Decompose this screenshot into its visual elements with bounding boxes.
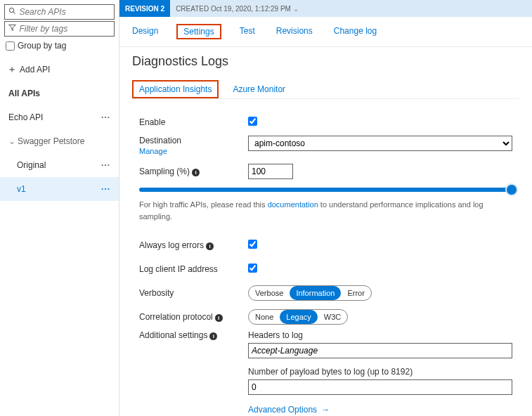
chevron-down-icon: ⌄ xyxy=(8,136,15,146)
sidebar-item-label: Original xyxy=(17,160,46,170)
sidebar-item-petstore[interactable]: ⌄Swagger Petstore xyxy=(0,129,119,153)
group-by-tag-label: Group by tag xyxy=(18,41,66,51)
sidebar-item-label: Swagger Petstore xyxy=(18,136,84,146)
pill-w3c[interactable]: W3C xyxy=(318,310,347,324)
pill-none[interactable]: None xyxy=(249,310,280,324)
arrow-right-icon: → xyxy=(321,405,330,415)
revision-badge: REVISION 2 xyxy=(119,0,170,17)
pill-verbose[interactable]: Verbose xyxy=(249,286,290,300)
info-icon[interactable]: i xyxy=(215,314,223,322)
page-title: Diagnostics Logs xyxy=(132,54,519,69)
revision-bar: REVISION 2 CREATED Oct 19, 2020, 1:12:29… xyxy=(119,0,532,17)
verbosity-pills: Verbose Information Error xyxy=(248,285,372,301)
destination-label: Destination xyxy=(139,136,181,145)
search-apis-input[interactable] xyxy=(19,7,111,17)
pill-information[interactable]: Information xyxy=(290,286,341,300)
log-ip-checkbox[interactable] xyxy=(248,264,257,273)
always-log-checkbox[interactable] xyxy=(248,240,257,249)
sidebar-item-all-apis[interactable]: All APIs xyxy=(0,82,119,105)
payload-bytes-input[interactable] xyxy=(248,379,512,395)
additional-label: Additional settings xyxy=(139,330,207,340)
search-icon xyxy=(8,7,16,17)
correlation-pills: None Legacy W3C xyxy=(248,309,348,325)
pill-error[interactable]: Error xyxy=(341,286,370,300)
enable-checkbox[interactable] xyxy=(248,117,257,126)
sub-tabs: Application Insights Azure Monitor xyxy=(132,80,519,99)
tab-test[interactable]: Test xyxy=(237,24,258,39)
payload-bytes-label: Number of payload bytes to log (up to 81… xyxy=(248,367,512,377)
filter-tags-input[interactable] xyxy=(19,24,111,34)
subtab-azure-monitor[interactable]: Azure Monitor xyxy=(231,80,287,98)
chevron-down-icon: ⌄ xyxy=(293,5,299,13)
svg-point-0 xyxy=(9,8,13,12)
group-by-tag-row[interactable]: Group by tag xyxy=(0,38,119,53)
sidebar-item-label: Echo API xyxy=(8,112,43,122)
subtab-app-insights[interactable]: Application Insights xyxy=(132,80,219,98)
headers-to-log-label: Headers to log xyxy=(248,330,512,340)
plus-icon: ＋ xyxy=(7,63,17,76)
info-icon[interactable]: i xyxy=(192,169,200,176)
search-apis-box[interactable] xyxy=(4,4,115,20)
ellipsis-icon[interactable]: ··· xyxy=(101,184,110,194)
pill-legacy[interactable]: Legacy xyxy=(280,310,317,324)
correlation-label: Correlation protocol xyxy=(139,312,213,322)
svg-line-1 xyxy=(13,12,15,14)
sampling-slider[interactable] xyxy=(139,188,512,192)
sampling-input[interactable] xyxy=(248,164,293,179)
svg-marker-2 xyxy=(8,25,15,30)
slider-thumb[interactable] xyxy=(507,185,517,195)
group-by-tag-checkbox[interactable] xyxy=(6,41,15,51)
filter-tags-box[interactable] xyxy=(4,21,115,37)
tab-revisions[interactable]: Revisions xyxy=(273,24,316,39)
sidebar-item-original[interactable]: Original ··· xyxy=(0,153,119,177)
ellipsis-icon[interactable]: ··· xyxy=(101,112,110,122)
destination-select[interactable]: apim-contoso xyxy=(248,136,512,151)
sampling-help-text: For high traffic APIs, please read this … xyxy=(139,199,512,222)
tab-settings[interactable]: Settings xyxy=(176,24,221,39)
documentation-link[interactable]: documentation xyxy=(268,200,318,209)
always-log-label: Always log errors xyxy=(139,240,204,250)
sidebar-item-label: v1 xyxy=(17,184,26,194)
add-api-button[interactable]: ＋ Add API xyxy=(0,53,119,82)
info-icon[interactable]: i xyxy=(206,242,214,250)
log-ip-label: Log client IP address xyxy=(139,264,248,274)
sidebar-item-v1[interactable]: v1 ··· xyxy=(0,177,119,201)
advanced-options-link[interactable]: Advanced Options → xyxy=(248,405,330,415)
sidebar-item-label: All APIs xyxy=(8,89,40,98)
enable-label: Enable xyxy=(139,117,248,127)
tab-changelog[interactable]: Change log xyxy=(331,24,379,39)
add-api-label: Add API xyxy=(20,65,50,74)
sampling-label: Sampling (%) xyxy=(139,167,190,176)
ellipsis-icon[interactable]: ··· xyxy=(101,160,110,170)
tab-design[interactable]: Design xyxy=(129,24,161,39)
main-tabs: Design Settings Test Revisions Change lo… xyxy=(119,17,532,47)
manage-link[interactable]: Manage xyxy=(139,147,167,155)
headers-input[interactable] xyxy=(248,343,512,358)
filter-icon xyxy=(8,24,16,34)
sidebar-item-echo[interactable]: Echo API ··· xyxy=(0,105,119,129)
revision-created[interactable]: CREATED Oct 19, 2020, 1:12:29 PM ⌄ xyxy=(170,5,304,13)
info-icon[interactable]: i xyxy=(209,332,217,340)
verbosity-label: Verbosity xyxy=(139,288,248,298)
